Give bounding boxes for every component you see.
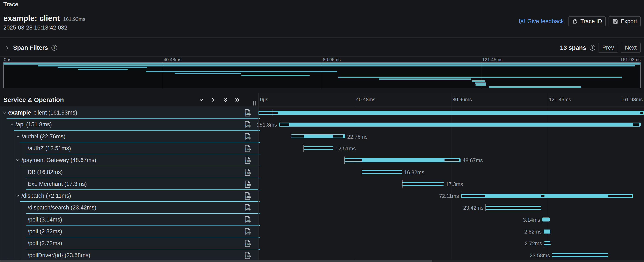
critical-path-notch [640,112,643,114]
span-row[interactable]: /api (151.8ms)LOG [0,118,258,130]
span-bar[interactable] [552,253,608,257]
span-row[interactable]: /poll (3.14ms)LOG [0,214,258,226]
chevron-down-icon[interactable] [16,194,20,198]
svg-text:LOG: LOG [246,196,251,198]
span-bar-row[interactable]: 22.76ms [258,130,644,142]
span-bar-row[interactable]: 48.67ms [258,154,644,166]
critical-path-notch [280,124,289,126]
double-chevron-down-icon[interactable] [222,97,228,103]
span-bar[interactable] [542,218,550,222]
log-document-icon[interactable]: LOG [243,203,252,212]
log-document-icon[interactable]: LOG [243,156,252,165]
span-bar[interactable] [344,158,460,162]
critical-path-stripe [486,207,542,209]
span-bar[interactable] [461,194,632,198]
trace-minimap[interactable] [3,62,641,88]
span-bar-row[interactable]: 2.72ms [258,237,644,249]
horizontal-scrollbar[interactable] [0,260,644,262]
span-bar[interactable] [362,170,402,174]
span-row[interactable]: /payment Gateway (48.67ms)LOG [0,154,258,166]
critical-path-notch [444,159,459,162]
minimap-tick-label: 80.96ms [323,57,340,62]
log-document-icon[interactable]: LOG [243,120,252,129]
span-row[interactable]: DB (16.82ms)LOG [0,166,258,178]
minimap-tick-label: 121.45ms [482,57,503,62]
critical-path-stripe [552,254,608,256]
trace-id-label: Trace ID [580,18,602,25]
span-bar-row[interactable]: 151.8ms [258,118,644,130]
log-document-icon[interactable]: LOG [243,144,252,153]
log-document-icon[interactable]: LOG [243,132,252,141]
span-name-label: exampleclient (161.93ms) [8,110,77,116]
span-bar-row[interactable]: 72.11ms [258,190,644,202]
info-circle-icon: i [590,45,595,51]
chevron-down-icon[interactable] [2,110,7,115]
trace-duration: 161.93ms [63,16,85,22]
log-document-icon[interactable]: LOG [243,227,252,236]
span-bar[interactable] [544,230,550,234]
span-row[interactable]: /poll (2.82ms)LOG [0,226,258,237]
span-bar-row[interactable]: 16.82ms [258,166,644,178]
span-bar[interactable] [402,182,444,186]
log-document-icon[interactable]: LOG [243,239,252,248]
double-chevron-right-icon[interactable] [234,97,240,103]
span-bar-row[interactable]: 17.3ms [258,178,644,190]
span-bar[interactable] [291,134,345,138]
svg-text:LOG: LOG [246,208,251,210]
span-filters-toggle[interactable]: Span Filters i [5,41,57,54]
minimap-span-bar [379,78,471,80]
trace-title: example: client [3,14,60,23]
span-bar[interactable] [258,111,644,115]
critical-path-stripe [544,242,550,244]
span-name-label: /poll (2.72ms) [28,240,62,246]
span-bar-row[interactable]: 23.42ms [258,202,644,214]
span-bar[interactable] [279,122,641,126]
span-bar-row[interactable]: 12.51ms [258,142,644,154]
log-document-icon[interactable]: LOG [243,251,252,260]
span-row[interactable]: /authZ (12.51ms)LOG [0,142,258,154]
log-event-tick [552,252,552,259]
minimap-tick-label: 161.93ms [620,57,641,62]
log-document-icon[interactable]: LOG [243,215,252,224]
log-document-icon[interactable]: LOG [243,191,252,200]
svg-text:LOG: LOG [246,255,251,258]
span-row[interactable]: Ext. Merchant (17.3ms)LOG [0,178,258,190]
span-bar[interactable] [544,241,550,245]
trace-id-button[interactable]: Trace ID [568,16,606,26]
chevron-down-icon[interactable] [16,158,20,162]
span-bar-row[interactable] [258,107,644,118]
export-label: Export [620,18,637,25]
prev-span-button[interactable]: Prev [598,43,618,52]
span-bar-row[interactable]: 3.14ms [258,214,644,226]
svg-text:LOG: LOG [246,112,251,116]
log-document-icon[interactable]: LOG [243,180,252,189]
chevron-down-icon[interactable] [10,122,14,126]
span-bar-row[interactable]: 2.82ms [258,226,644,237]
span-row[interactable]: /pollDriver/{id} (23.58ms)LOG [0,249,258,261]
span-row[interactable]: /poll (2.72ms)LOG [0,237,258,249]
chevron-down-icon[interactable] [16,134,20,138]
span-row[interactable]: /authN (22.76ms)LOG [0,130,258,142]
spans-count: 13 spans [560,44,586,51]
give-feedback-link[interactable]: Give feedback [517,16,566,26]
scrollbar-thumb[interactable] [0,260,432,262]
span-row[interactable]: /dispatch (72.11ms)LOG [0,190,258,202]
log-document-icon[interactable]: LOG [243,168,252,177]
span-bar-row[interactable]: 23.58ms [258,249,644,261]
span-row[interactable]: /dispatch/search (23.42ms)LOG [0,202,258,214]
span-name-column: exampleclient (161.93ms)LOG/api (151.8ms… [0,107,258,262]
next-span-button[interactable]: Next [621,43,641,52]
log-document-icon[interactable]: LOG [243,108,252,118]
column-resize-handle[interactable] [253,101,256,106]
trace-view-panel: Trace example: client 161.93ms 2025-03-2… [0,0,644,262]
minimap-span-bar [476,84,486,86]
critical-path-notch [333,135,344,138]
export-button[interactable]: Export [608,16,641,26]
info-circle-icon: i [52,45,57,51]
span-bar[interactable] [304,146,334,150]
timeline-tick-label: 161.93ms [620,96,643,102]
chevron-down-icon[interactable] [198,97,204,103]
chevron-right-icon[interactable] [210,97,216,103]
span-bar[interactable] [486,206,542,210]
span-row[interactable]: exampleclient (161.93ms)LOG [0,107,258,118]
